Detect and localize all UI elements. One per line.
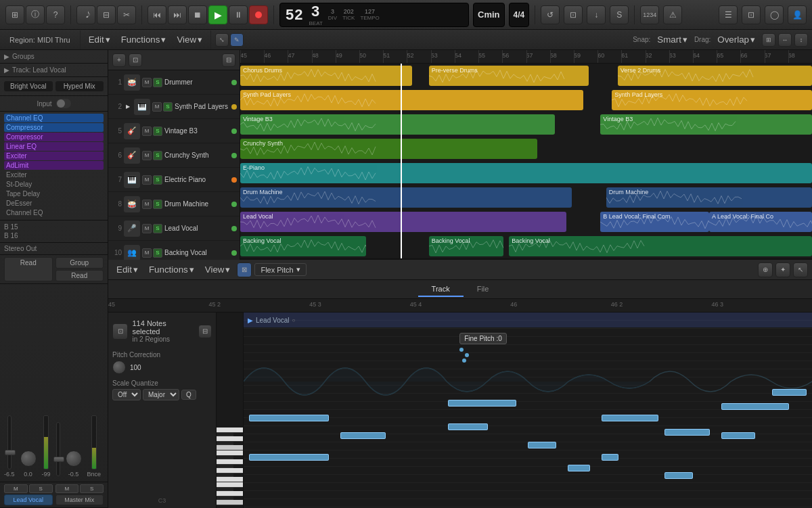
functions-menu[interactable]: Functions ▾ [117, 33, 171, 46]
down-icon[interactable]: ↓ [587, 5, 606, 24]
region-8-1[interactable]: Drum Machine [606, 187, 812, 208]
group-btn[interactable]: Group [55, 257, 104, 269]
region-5-1[interactable]: Vintage B3 [600, 114, 812, 135]
mute-btn-5[interactable]: M [142, 126, 152, 136]
s-btn-1[interactable]: S [29, 484, 53, 493]
fader-1[interactable] [7, 415, 12, 469]
mute-btn-8[interactable]: M [142, 200, 152, 209]
key-display[interactable]: Cmin [473, 3, 505, 27]
lower-zoom-icon[interactable]: ⊕ [758, 262, 773, 277]
track-lane-vintage-b3[interactable]: Vintage B3Vintage B3 [240, 112, 812, 137]
exciter-plugin-1[interactable]: Exciter [4, 152, 104, 160]
fader-knob-1[interactable] [5, 450, 16, 455]
mute-btn-9[interactable]: M [142, 224, 152, 233]
track-view-button[interactable]: ⊟ [222, 53, 235, 67]
piano-key-c4[interactable] [217, 445, 243, 451]
m-btn-1[interactable]: M [4, 484, 28, 493]
solo-btn-1[interactable]: S [153, 78, 162, 87]
solo-btn-9[interactable]: S [153, 224, 162, 233]
master-mix-btn[interactable]: Master Mix [55, 494, 104, 505]
snap-value[interactable]: Smart ▾ [653, 33, 692, 46]
pitch-block-12[interactable] [721, 403, 790, 410]
record-button[interactable] [249, 5, 268, 24]
pause-icon[interactable]: ⏸ [229, 5, 248, 24]
scale-off-select[interactable]: Off [112, 389, 141, 400]
region-10-0[interactable]: Backing Vocal [240, 236, 366, 256]
pitch-block-3[interactable] [340, 432, 386, 439]
scissors-icon[interactable]: ✂ [117, 5, 136, 24]
fader-knob-2[interactable] [53, 457, 64, 462]
pitch-block-10[interactable] [664, 429, 710, 436]
info-icon[interactable]: ⓘ [26, 5, 45, 24]
pitch-block-6[interactable] [528, 442, 556, 448]
adlimit-plugin[interactable]: AdLimit [4, 161, 104, 170]
exciter-plugin-2[interactable]: Exciter [4, 170, 104, 179]
region-1-1[interactable]: Pre-verse Drums [429, 66, 589, 86]
lower-left-icon[interactable]: ⊡ [112, 323, 128, 340]
region-1-0[interactable]: Chorus Drums [240, 66, 412, 86]
lower-tool-icon[interactable]: ✦ [775, 262, 790, 277]
pen-tool[interactable]: ✎ [230, 33, 244, 47]
help-icon[interactable]: ? [46, 5, 65, 24]
zoom-h-icon[interactable]: ↔ [778, 33, 792, 47]
tape-delay-plugin[interactable]: Tape Delay [4, 189, 104, 198]
edit-menu[interactable]: Edit ▾ [85, 33, 114, 46]
pitch-block-14[interactable] [772, 389, 806, 396]
mute-btn-2[interactable]: M [152, 102, 162, 112]
redo-icon[interactable]: ⊡ [564, 5, 583, 24]
solo-btn-8[interactable]: S [153, 200, 162, 209]
pitch-block-1[interactable] [249, 415, 329, 421]
zoom-in-icon[interactable]: ⊞ [762, 33, 775, 47]
deesser-plugin[interactable]: DeEsser [4, 199, 104, 208]
mute-btn-7[interactable]: M [142, 175, 152, 185]
region-9-2[interactable]: A Lead Vocal: Final Co [709, 212, 812, 232]
pitch-block-7[interactable] [568, 465, 591, 471]
pitch-editor[interactable]: ▶ Lead Vocal ○ Fine Pitch :0 [244, 313, 812, 508]
track-lane-backing-vocal[interactable]: Backing VocalBacking VocalBacking Vocal [240, 234, 812, 258]
pitch-block-13[interactable] [721, 432, 755, 439]
solo-btn-5[interactable]: S [153, 126, 162, 136]
s-btn-2[interactable]: S [80, 484, 104, 493]
track-header-synth-pad-layers[interactable]: 2 ▶🎹 M S Synth Pad Layers [108, 95, 240, 119]
region-10-1[interactable]: Backing Vocal [429, 236, 503, 256]
pitch-correction-knob[interactable] [112, 361, 126, 374]
pan-knob-1[interactable] [20, 451, 37, 467]
read-btn-1[interactable]: Read [4, 257, 53, 281]
track-header-drum-machine[interactable]: 8 🥁 M S Drum Machine [108, 192, 240, 216]
q-button[interactable]: Q [181, 390, 196, 400]
track-lane-drummer[interactable]: Chorus DrumsPre-verse DrumsVerse 2 Drums [240, 64, 812, 88]
warning-icon[interactable]: ⚠ [663, 5, 682, 24]
region-9-0[interactable]: Lead Vocal [240, 212, 566, 232]
piano-key-b3[interactable] [217, 451, 243, 456]
tracks-container[interactable]: Chorus DrumsPre-verse DrumsVerse 2 Drums… [240, 64, 812, 258]
menu-icon[interactable]: ☰ [719, 5, 738, 24]
solo-btn-7[interactable]: S [153, 175, 162, 185]
piano-key-c3[interactable] [217, 500, 243, 505]
chat-icon[interactable]: ◯ [765, 5, 784, 24]
track-header-vintage-b3[interactable]: 5 🎸 M S Vintage B3 [108, 119, 240, 143]
pitch-block-9[interactable] [602, 454, 618, 461]
st-delay-plugin[interactable]: St-Delay [4, 180, 104, 189]
track-lane-electric-piano[interactable]: E-Piano [240, 161, 812, 185]
flex-pitch-toggle[interactable]: ⊠ [237, 262, 252, 277]
region-7-0[interactable]: E-Piano [240, 163, 812, 183]
mute-btn-6[interactable]: M [142, 151, 152, 160]
browser-icon[interactable]: ⊡ [742, 5, 761, 24]
track-options-button[interactable]: ⊡ [129, 53, 142, 67]
track-tab[interactable]: Track [418, 282, 464, 297]
pitch-block-2[interactable] [249, 454, 329, 461]
mute-btn-10[interactable]: M [142, 248, 152, 258]
send-b15[interactable]: B 15 [4, 223, 104, 231]
person-icon[interactable]: 👤 [788, 5, 807, 24]
channel-eq-plugin-2[interactable]: Channel EQ [4, 208, 104, 217]
compressor-plugin-1[interactable]: Compressor [4, 123, 104, 132]
rewind-icon[interactable]: ⏮ [148, 5, 166, 24]
solo-btn-10[interactable]: S [153, 248, 162, 258]
track-header-crunchy-synth[interactable]: 6 🎸 M S Crunchy Synth [108, 143, 240, 168]
track-lane-crunchy-synth[interactable]: Crunchy Synth [240, 137, 812, 161]
region-1-2[interactable]: Verse 2 Drums [618, 66, 812, 86]
fast-forward-icon[interactable]: ⏭ [168, 5, 187, 24]
mute-btn-1[interactable]: M [142, 78, 152, 87]
track-header-drummer[interactable]: 1 🥁 M S Drummer [108, 70, 240, 95]
input-toggle[interactable] [56, 99, 71, 108]
